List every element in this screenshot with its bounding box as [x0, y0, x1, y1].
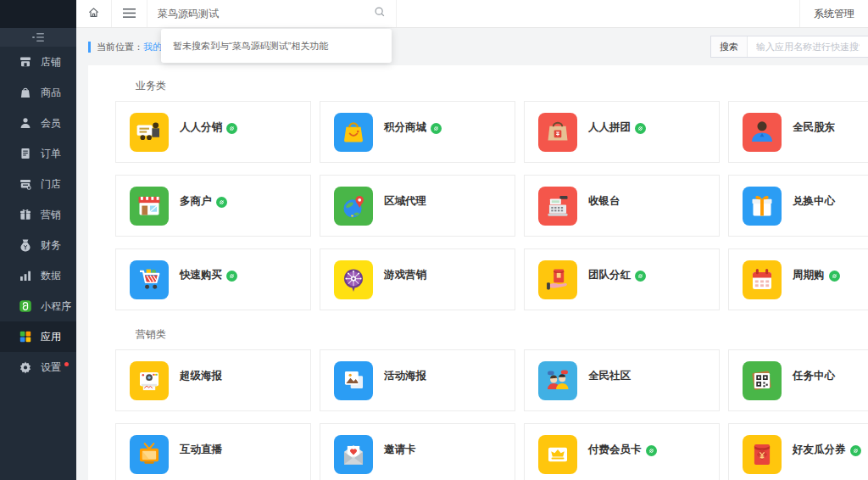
- app-card-任务中心[interactable]: 任务中心: [728, 349, 868, 411]
- super-poster-icon: [130, 361, 169, 400]
- sidebar-item-营销[interactable]: 营销: [0, 199, 76, 230]
- enabled-badge-icon: [635, 270, 646, 281]
- team-dividend-icon: [538, 260, 577, 299]
- shop-icon: [19, 55, 32, 69]
- collapse-sidebar-button[interactable]: [0, 28, 76, 47]
- sidebar-item-数据[interactable]: 数据: [0, 260, 76, 291]
- app-card-多商户[interactable]: 多商户: [115, 175, 311, 237]
- app-search-button[interactable]: 搜索: [711, 36, 748, 57]
- section-title: 营销类: [136, 327, 868, 342]
- app-card-好友瓜分券[interactable]: 好友瓜分券: [728, 423, 868, 480]
- app-card-区域代理[interactable]: 区域代理: [320, 175, 515, 237]
- app-card-兑换中心[interactable]: 兑换中心: [728, 175, 868, 237]
- app-card-付费会员卡[interactable]: 付费会员卡: [524, 423, 720, 480]
- app-name: 人人分销: [180, 120, 222, 135]
- app-card-互动直播[interactable]: 互动直播: [115, 423, 311, 480]
- app-grid: 人人分销积分商城人人拼团全民股东多商户区域代理收银台兑换中心快速购买游戏营销团队…: [115, 101, 868, 310]
- app-card-快速购买[interactable]: 快速购买: [115, 248, 311, 310]
- sidebar-item-label: 财务: [41, 238, 61, 253]
- enabled-badge-icon: [431, 122, 442, 133]
- sidebar-item-商品[interactable]: 商品: [0, 77, 76, 108]
- sidebar-nav: 店铺商品会员订单门店营销财务数据小程序应用设置: [0, 47, 76, 382]
- app-card-全民股东[interactable]: 全民股东: [728, 101, 868, 163]
- app-name: 超级海报: [180, 369, 222, 383]
- breadcrumb-link[interactable]: 我的: [143, 41, 162, 53]
- sidebar-item-设置[interactable]: 设置: [0, 352, 76, 382]
- app-name: 互动直播: [180, 443, 222, 457]
- apps-icon: [19, 330, 32, 343]
- cashier-icon: [538, 187, 577, 226]
- distribution-icon: [130, 113, 169, 152]
- app-card-游戏营销[interactable]: 游戏营销: [320, 248, 515, 310]
- main-content: 当前位置： 我的 搜索 业务类人人分销积分商城人人拼团全民股东多商户区域代理收银…: [76, 28, 868, 480]
- sidebar-item-会员[interactable]: 会员: [0, 108, 76, 138]
- collapse-sidebar-icon: [32, 30, 44, 45]
- hamburger-icon: [123, 6, 136, 21]
- sidebar-item-订单[interactable]: 订单: [0, 138, 76, 169]
- store-icon: [19, 177, 32, 191]
- app-card-积分商城[interactable]: 积分商城: [320, 101, 515, 163]
- enabled-badge-icon: [646, 444, 657, 455]
- sidebar-item-label: 营销: [41, 208, 61, 222]
- app-name: 快速购买: [180, 268, 222, 282]
- home-icon: [87, 6, 100, 22]
- app-card-邀请卡[interactable]: 邀请卡: [320, 423, 515, 480]
- marketing-icon: [19, 208, 32, 221]
- app-name: 兑换中心: [793, 194, 835, 209]
- sidebar: 店铺商品会员订单门店营销财务数据小程序应用设置: [0, 0, 76, 480]
- sidebar-item-应用[interactable]: 应用: [0, 321, 76, 352]
- search-no-result-dropdown: 暂未搜索到与“菜鸟源码测试”相关功能: [161, 29, 392, 63]
- paid-member-icon: [538, 435, 577, 474]
- breadcrumb-prefix: 当前位置：: [97, 41, 143, 53]
- sidebar-item-门店[interactable]: 门店: [0, 169, 76, 199]
- toggle-menu-button[interactable]: [112, 0, 147, 27]
- sidebar-item-财务[interactable]: 财务: [0, 230, 76, 260]
- app-card-活动海报[interactable]: 活动海报: [320, 349, 515, 411]
- exchange-gift-icon: [743, 187, 782, 226]
- global-search-box: [147, 0, 397, 27]
- enabled-badge-icon: [216, 196, 227, 207]
- sidebar-item-label: 会员: [41, 116, 61, 131]
- sidebar-item-店铺[interactable]: 店铺: [0, 47, 76, 77]
- app-search-input[interactable]: [748, 36, 868, 57]
- quick-buy-icon: [130, 260, 169, 299]
- app-name: 多商户: [180, 194, 212, 209]
- app-name: 活动海报: [384, 369, 426, 383]
- app-grid: 超级海报活动海报全民社区任务中心互动直播邀请卡付费会员卡好友瓜分券: [115, 349, 868, 480]
- multi-merchant-icon: [130, 187, 169, 226]
- app-section: 业务类人人分销积分商城人人拼团全民股东多商户区域代理收银台兑换中心快速购买游戏营…: [115, 79, 868, 310]
- app-card-人人拼团[interactable]: 人人拼团: [524, 101, 720, 163]
- system-management-menu[interactable]: 系统管理: [799, 0, 868, 27]
- app-card-周期购[interactable]: 周期购: [728, 248, 868, 310]
- app-card-全民社区[interactable]: 全民社区: [524, 349, 720, 411]
- home-button[interactable]: [76, 0, 112, 27]
- app-name: 付费会员卡: [588, 443, 642, 457]
- game-wheel-icon: [334, 260, 373, 299]
- app-card-人人分销[interactable]: 人人分销: [115, 101, 311, 163]
- miniprogram-icon: [19, 299, 32, 313]
- app-card-团队分红[interactable]: 团队分红: [524, 248, 720, 310]
- member-icon: [19, 116, 32, 130]
- sidebar-logo-area: [0, 0, 76, 28]
- app-sections: 业务类人人分销积分商城人人拼团全民股东多商户区域代理收银台兑换中心快速购买游戏营…: [115, 79, 868, 480]
- app-card-超级海报[interactable]: 超级海报: [115, 349, 311, 411]
- finance-icon: [19, 238, 32, 252]
- notification-dot: [64, 362, 69, 366]
- app-section: 营销类超级海报活动海报全民社区任务中心互动直播邀请卡付费会员卡好友瓜分券: [115, 327, 868, 480]
- app-name: 游戏营销: [384, 268, 426, 282]
- search-no-result-message: 暂未搜索到与“菜鸟源码测试”相关功能: [173, 40, 328, 53]
- app-name: 收银台: [588, 194, 620, 209]
- global-search-input[interactable]: [158, 8, 374, 20]
- sidebar-item-label: 商品: [41, 86, 61, 100]
- sidebar-item-label: 订单: [41, 147, 61, 161]
- sidebar-item-label: 设置: [41, 360, 61, 375]
- app-name: 好友瓜分券: [793, 443, 846, 457]
- search-icon[interactable]: [374, 6, 386, 21]
- breadcrumb-accent-bar: [88, 42, 91, 53]
- sidebar-item-label: 门店: [41, 177, 61, 192]
- sidebar-item-小程序[interactable]: 小程序: [0, 291, 76, 321]
- data-icon: [19, 269, 32, 282]
- app-card-收银台[interactable]: 收银台: [524, 175, 720, 237]
- enabled-badge-icon: [226, 122, 237, 133]
- sidebar-item-label: 应用: [41, 330, 61, 344]
